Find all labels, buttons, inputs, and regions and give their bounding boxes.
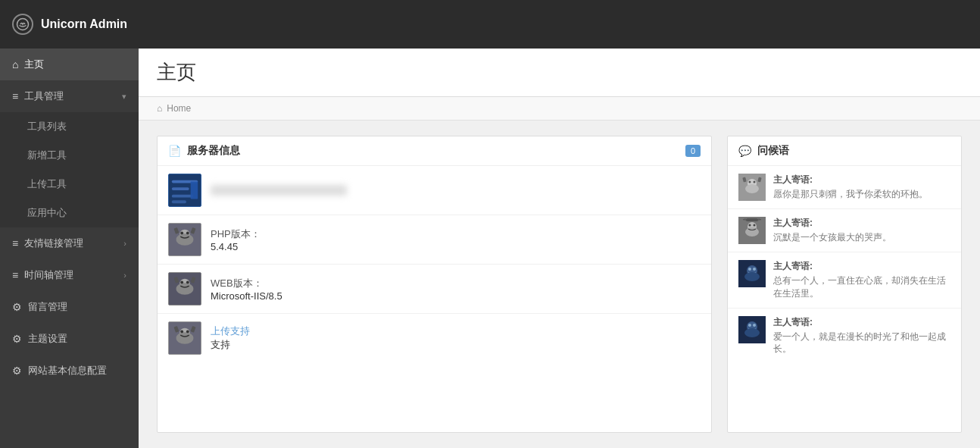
php-value: 5.4.45 (211, 241, 261, 252)
list-item: 主人寄语: 爱一个人，就是在漫长的时光了和他一起成长。 (728, 309, 961, 364)
list-item: 主人寄语: 沉默是一个女孩最大的哭声。 (728, 209, 961, 252)
server-info-card: 📄 服务器信息 0 (157, 136, 712, 433)
comment-author: 主人寄语: (773, 316, 950, 329)
svg-point-23 (176, 332, 194, 343)
sidebar-item-theme[interactable]: ⚙ 主题设置 (0, 323, 139, 355)
avatar (738, 174, 766, 201)
sidebar-item-links[interactable]: ≡ 友情链接管理 › (0, 227, 139, 259)
main-content: 主页 ⌂ Home 📄 服务器信息 0 (139, 49, 980, 448)
svg-point-17 (180, 281, 183, 284)
svg-point-45 (744, 272, 760, 281)
sidebar-item-tool-list[interactable]: 工具列表 (0, 112, 139, 141)
server-info-row-php: PHP版本： 5.4.45 (211, 227, 261, 252)
breadcrumb-home-label: Home (167, 103, 191, 114)
comment-text: 总有一个人，一直住在心底，却消失在生活在生活里。 (773, 274, 950, 300)
svg-rect-5 (172, 200, 186, 203)
sidebar-item-add-tool[interactable]: 新增工具 (0, 141, 139, 170)
avatar (738, 260, 766, 287)
sidebar-label-app-center: 应用中心 (27, 206, 67, 220)
comments-card: 💬 问候语 (727, 136, 962, 433)
chevron-right-icon-timeline: › (123, 271, 126, 280)
svg-point-24 (180, 331, 183, 334)
sidebar: ⌂ 主页 ≡ 工具管理 ▾ 工具列表 新增工具 上传工具 应用中心 ≡ 友情链接… (0, 49, 139, 448)
avatar (168, 223, 201, 256)
svg-point-16 (176, 283, 194, 294)
brand-name: Unicorn Admin (41, 17, 127, 31)
comment-body: 主人寄语: 总有一个人，一直住在心底，却消失在生活在生活里。 (773, 260, 950, 300)
sidebar-label-theme: 主题设置 (28, 332, 126, 346)
server-info-badge: 0 (685, 145, 701, 157)
comments-card-header: 💬 问候语 (728, 136, 961, 166)
gear-icon-siteconfig: ⚙ (12, 365, 22, 377)
upload-value: 支持 (211, 338, 250, 352)
server-info-title: 服务器信息 (187, 144, 240, 158)
chevron-down-icon: ▾ (122, 92, 126, 102)
svg-point-32 (754, 181, 756, 183)
upload-label: 上传支持 (211, 324, 250, 338)
top-header: Unicorn Admin (0, 0, 980, 49)
comments-card-title: 问候语 (757, 144, 789, 158)
sidebar-label-tool-list: 工具列表 (27, 120, 67, 133)
svg-point-44 (753, 268, 756, 271)
svg-point-43 (748, 268, 751, 271)
sidebar-label-add-tool: 新增工具 (27, 149, 67, 162)
home-icon: ⌂ (12, 58, 18, 70)
comment-body: 主人寄语: 沉默是一个女孩最大的哭声。 (773, 217, 891, 244)
sidebar-label-upload-tool: 上传工具 (27, 177, 67, 191)
sidebar-label-tools: 工具管理 (24, 89, 116, 103)
php-label: PHP版本： (211, 227, 261, 241)
comment-text: 沉默是一个女孩最大的哭声。 (773, 231, 891, 244)
system-info-blurred (211, 185, 347, 196)
comment-text: 爱一个人，就是在漫长的时光了和他一起成长。 (773, 331, 950, 356)
table-row: WEB版本： Microsoft-IIS/8.5 (158, 265, 711, 314)
breadcrumb: ⌂ Home (139, 97, 980, 121)
logo-icon (12, 14, 33, 35)
chevron-right-icon-links: › (123, 239, 126, 248)
svg-point-11 (186, 232, 189, 235)
server-info-card-header: 📄 服务器信息 0 (158, 136, 711, 166)
svg-point-9 (176, 233, 194, 245)
svg-point-10 (180, 232, 183, 235)
svg-rect-6 (191, 182, 198, 199)
sidebar-item-home[interactable]: ⌂ 主页 (0, 49, 139, 80)
svg-point-31 (749, 181, 751, 183)
upload-support-link[interactable]: 上传支持 (211, 325, 250, 337)
avatar (168, 174, 201, 207)
server-info-row-upload: 上传支持 支持 (211, 324, 250, 352)
web-value: Microsoft-IIS/8.5 (211, 290, 282, 302)
list-item: 主人寄语: 总有一个人，一直住在心底，却消失在生活在生活里。 (728, 252, 961, 309)
server-info-row-system (211, 185, 347, 196)
svg-point-39 (754, 224, 756, 227)
table-row (158, 166, 711, 215)
sidebar-label-links: 友情链接管理 (24, 237, 117, 250)
grid-icon-links: ≡ (12, 237, 18, 249)
avatar (738, 316, 766, 343)
table-row: 上传支持 支持 (158, 314, 711, 362)
sidebar-label-siteconfig: 网站基本信息配置 (28, 364, 126, 378)
page-title: 主页 (157, 59, 962, 86)
svg-point-18 (186, 281, 189, 284)
server-info-row-web: WEB版本： Microsoft-IIS/8.5 (211, 277, 282, 302)
svg-point-37 (745, 227, 759, 237)
avatar (168, 321, 201, 355)
web-label: WEB版本： (211, 277, 282, 290)
sidebar-item-timeline[interactable]: ≡ 时间轴管理 › (0, 259, 139, 291)
svg-rect-40 (746, 218, 758, 221)
svg-rect-3 (172, 187, 189, 190)
content-area: 📄 服务器信息 0 (139, 121, 980, 448)
sidebar-item-comments-mgmt[interactable]: ⚙ 留言管理 (0, 291, 139, 323)
comment-author: 主人寄语: (773, 260, 950, 273)
sidebar-item-siteconfig[interactable]: ⚙ 网站基本信息配置 (0, 355, 139, 387)
comment-body: 主人寄语: 爱一个人，就是在漫长的时光了和他一起成长。 (773, 316, 950, 356)
sidebar-item-app-center[interactable]: 应用中心 (0, 199, 139, 227)
avatar (168, 272, 201, 305)
svg-point-49 (753, 324, 756, 327)
sidebar-item-upload-tool[interactable]: 上传工具 (0, 170, 139, 199)
gear-icon-theme: ⚙ (12, 333, 22, 345)
sidebar-item-tools[interactable]: ≡ 工具管理 ▾ (0, 80, 139, 112)
page-title-bar: 主页 (139, 49, 980, 97)
comments-title-area: 💬 问候语 (738, 144, 789, 158)
svg-point-38 (749, 224, 751, 227)
breadcrumb-home-icon: ⌂ (157, 103, 162, 114)
svg-point-30 (745, 184, 759, 193)
